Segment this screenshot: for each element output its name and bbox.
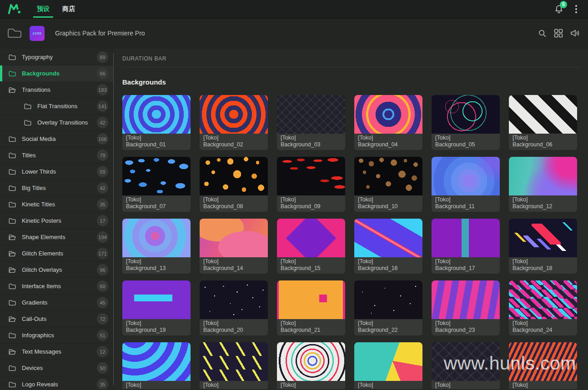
- preset-tile[interactable]: [Toko]Background_09: [277, 157, 345, 212]
- pack-title: Graphics Pack for Premiere Pro: [55, 30, 145, 37]
- tab-presets[interactable]: 预设: [37, 0, 50, 18]
- preset-label: [Toko]Background_18: [509, 257, 577, 274]
- more-menu-button[interactable]: [574, 4, 578, 14]
- preset-thumbnail: [277, 342, 345, 381]
- sidebar-item-shape-elements[interactable]: Shape Elements194: [0, 229, 114, 245]
- top-bar: 预设 商店 5: [0, 0, 588, 19]
- preset-thumbnail: [354, 157, 422, 195]
- sidebar-item-typography[interactable]: Typography89: [0, 49, 114, 65]
- duration-bar-label: DURATION BAR: [122, 55, 588, 62]
- preset-label-line1: [Toko]: [435, 196, 496, 203]
- preset-label-line1: [Toko]: [358, 258, 419, 265]
- sidebar-item-lower-thirds[interactable]: Lower Thirds59: [0, 164, 114, 180]
- preset-label: [Toko]Background_16: [354, 257, 422, 274]
- count-badge: 35: [97, 379, 108, 389]
- sidebar-item-transitions[interactable]: Transitions183: [0, 82, 114, 98]
- preset-tile[interactable]: [Toko]: [354, 342, 422, 389]
- sidebar-item-glitch-elements[interactable]: Glitch Elements171: [0, 245, 114, 262]
- sidebar-scrollbar[interactable]: [113, 53, 114, 385]
- preset-tile[interactable]: [Toko]: [277, 342, 345, 389]
- preset-label-line2: Background_09: [281, 203, 342, 210]
- preset-tile[interactable]: [Toko]Background_23: [432, 280, 500, 335]
- preset-tile[interactable]: [Toko]Background_06: [509, 95, 577, 150]
- preset-tile[interactable]: [Toko]Background_04: [354, 95, 422, 150]
- sidebar-item-overlay-transitions[interactable]: Overlay Transitions42: [0, 115, 114, 131]
- count-badge: 141: [97, 100, 108, 112]
- sidebar-item-text-messages[interactable]: Text Messages12: [0, 344, 114, 360]
- preset-tile[interactable]: [Toko]Background_24: [509, 280, 577, 335]
- sidebar-item-kinetic-titles[interactable]: Kinetic Titles35: [0, 196, 114, 213]
- preset-tile[interactable]: [Toko]Background_12: [509, 157, 577, 212]
- preset-tile[interactable]: [Toko]Background_22: [354, 280, 422, 335]
- sidebar-item-label: Typography: [22, 54, 53, 60]
- sidebar-item-social-media[interactable]: Social Media166: [0, 131, 114, 147]
- preset-tile[interactable]: [Toko]Background_07: [122, 157, 191, 212]
- preset-tile[interactable]: [Toko]Background_13: [122, 219, 191, 274]
- preset-label: [Toko]: [509, 381, 577, 389]
- preset-label-line1: [Toko]: [126, 196, 187, 203]
- sidebar-item-infographics[interactable]: Infographics51: [0, 327, 114, 344]
- preset-tile[interactable]: [Toko]Background_19: [122, 280, 191, 335]
- preset-label: [Toko]Background_08: [200, 195, 268, 212]
- preset-tile[interactable]: [Toko]Background_02: [200, 95, 268, 150]
- preset-thumbnail: [122, 157, 191, 195]
- header-actions: [538, 29, 580, 38]
- preset-tile[interactable]: [Toko]Background_03: [277, 95, 345, 150]
- folder-icon: [9, 169, 16, 175]
- preset-label-line2: Background_17: [435, 265, 496, 272]
- preset-thumbnail: [122, 219, 191, 257]
- preset-label: [Toko]Background_07: [122, 195, 191, 212]
- preset-tile[interactable]: [Toko]Background_21: [277, 280, 345, 335]
- search-icon[interactable]: [538, 29, 547, 38]
- count-badge: 35: [97, 199, 108, 210]
- preset-tile[interactable]: [Toko]Background_20: [200, 280, 268, 335]
- preset-label-line1: [Toko]: [126, 135, 187, 141]
- thumbnail-shape: [134, 295, 172, 301]
- sound-icon[interactable]: [570, 29, 580, 37]
- preset-tile[interactable]: [Toko]Background_08: [200, 157, 268, 212]
- preset-tile[interactable]: [Toko]Background_18: [509, 219, 577, 274]
- app-logo-icon[interactable]: [8, 0, 21, 18]
- preset-label-line2: Background_21: [281, 327, 342, 334]
- preset-tile[interactable]: [Toko]Background_15: [277, 219, 345, 274]
- sidebar-item-kinetic-posters[interactable]: Kinetic Posters17: [0, 213, 114, 229]
- folder-icon: [24, 103, 31, 110]
- preset-tile[interactable]: [Toko]Background_16: [354, 219, 422, 274]
- preset-tile[interactable]: [Toko]Background_14: [200, 219, 268, 274]
- sidebar-item-backgrounds[interactable]: Backgrounds66: [0, 65, 114, 82]
- sidebar-item-glitch-overlays[interactable]: Glitch Overlays96: [0, 262, 114, 278]
- preset-label-line1: [Toko]: [281, 320, 342, 327]
- back-to-folders-icon[interactable]: [7, 27, 22, 40]
- pack-thumbnail[interactable]: 2250: [30, 26, 45, 41]
- preset-label-line1: [Toko]: [126, 258, 187, 265]
- sidebar-item-big-titles[interactable]: Big Titles42: [0, 180, 114, 196]
- preset-tile[interactable]: [Toko]Background_05: [432, 95, 500, 150]
- preset-tile[interactable]: [Toko]Background_17: [432, 219, 500, 274]
- sidebar-item-flat-transitions[interactable]: Flat Transitions141: [0, 98, 114, 115]
- sidebar-item-interface-items[interactable]: Interface Items60: [0, 278, 114, 295]
- sidebar-item-titles[interactable]: Titles79: [0, 147, 114, 164]
- preset-thumbnail: [354, 280, 422, 319]
- sidebar-item-label: Glitch Elements: [22, 250, 63, 257]
- tab-store[interactable]: 商店: [62, 0, 75, 18]
- preset-label: [Toko]Background_15: [277, 257, 345, 274]
- preset-tile[interactable]: [Toko]Background_11: [432, 157, 500, 212]
- sidebar-item-label: Call-Outs: [22, 315, 46, 322]
- sidebar-item-devices[interactable]: Devices50: [0, 360, 114, 376]
- sidebar-item-call-outs[interactable]: Call-Outs72: [0, 311, 114, 327]
- preset-tile[interactable]: [Toko]: [122, 342, 191, 389]
- preset-tile[interactable]: [Toko]Background_10: [354, 157, 422, 212]
- preset-thumbnail: [122, 342, 191, 381]
- pack-header: 2250 Graphics Pack for Premiere Pro: [0, 19, 588, 48]
- notifications-button[interactable]: 5: [554, 5, 563, 14]
- grid-view-icon[interactable]: [554, 29, 563, 38]
- preset-tile[interactable]: [Toko]: [200, 342, 268, 389]
- sidebar-item-logo-reveals[interactable]: Logo Reveals35: [0, 376, 114, 389]
- folder-open-icon: [9, 234, 16, 240]
- preset-label: [Toko]: [277, 381, 345, 389]
- sidebar-item-gradients[interactable]: Gradients45: [0, 295, 114, 311]
- preset-label-line1: [Toko]: [126, 382, 187, 389]
- preset-tile[interactable]: [Toko]Background_01: [122, 95, 191, 150]
- main-tabs: 预设 商店: [37, 0, 75, 18]
- count-badge: 89: [97, 51, 108, 63]
